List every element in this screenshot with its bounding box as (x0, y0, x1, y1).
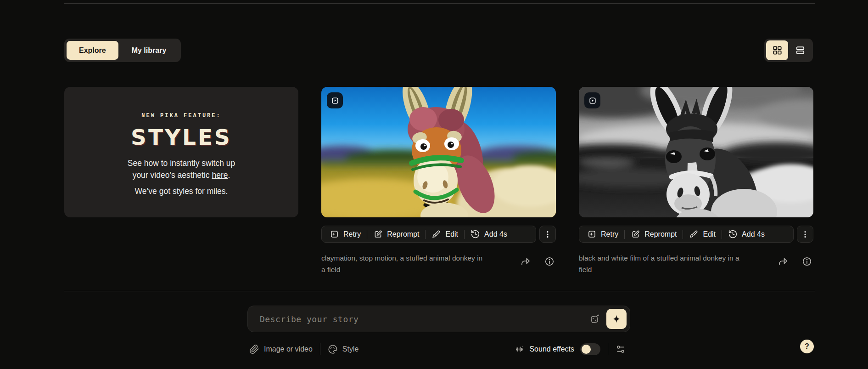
reprompt-icon (631, 229, 640, 239)
info-button[interactable] (544, 256, 555, 267)
explore-library-tabs: Explore My library (64, 39, 181, 62)
attach-media-button[interactable] (249, 344, 259, 354)
promo-here-link[interactable]: here (212, 170, 228, 180)
play-video-badge[interactable] (584, 92, 600, 108)
add-4s-label: Add 4s (484, 230, 507, 238)
vertical-divider (608, 343, 608, 355)
brush-icon (689, 229, 699, 239)
attach-media-label[interactable]: Image or video (264, 345, 313, 353)
retry-label: Retry (343, 230, 361, 238)
promo-tagline: We’ve got styles for miles. (64, 187, 298, 196)
promo-line2-suffix: . (228, 170, 230, 180)
dice-icon (589, 313, 600, 324)
sound-settings-group: Sound effects (515, 343, 626, 355)
add-4s-button[interactable]: Add 4s (722, 226, 771, 242)
info-icon (544, 256, 555, 267)
top-divider (64, 3, 815, 4)
video-caption-row: claymation, stop motion, a stuffed anima… (321, 252, 556, 276)
help-button[interactable]: ? (800, 340, 814, 353)
retry-label: Retry (601, 230, 618, 238)
retry-button[interactable]: Retry (581, 226, 624, 242)
add-4s-button[interactable]: Add 4s (465, 226, 513, 242)
paperclip-icon (249, 344, 259, 354)
generate-button[interactable] (606, 309, 627, 329)
play-icon (330, 96, 340, 105)
share-icon (778, 256, 789, 267)
promo-title: STYLES (64, 125, 298, 150)
promo-description: See how to instantly switch up your vide… (64, 157, 298, 181)
video-prompt-caption: black and white film of a stuffed animal… (579, 252, 742, 275)
prompt-input[interactable] (259, 314, 589, 324)
reprompt-label: Reprompt (387, 230, 419, 238)
more-options-button[interactable] (539, 226, 556, 243)
vertical-divider (320, 343, 320, 355)
sound-waveform-icon (515, 344, 525, 354)
history-clock-icon (470, 229, 480, 239)
tab-explore[interactable]: Explore (67, 41, 118, 60)
tab-my-library[interactable]: My library (119, 41, 179, 60)
rows-icon (795, 45, 806, 56)
bottom-divider (64, 291, 815, 291)
grid-icon (772, 45, 783, 56)
grid-view-button[interactable] (766, 40, 788, 60)
info-icon (801, 256, 812, 267)
styles-promo-card: NEW PIKA FEATURE: STYLES See how to inst… (64, 87, 298, 217)
edit-label: Edit (703, 230, 716, 238)
video-caption-row: black and white film of a stuffed animal… (579, 252, 813, 276)
list-view-button[interactable] (789, 40, 811, 60)
more-options-button[interactable] (797, 226, 813, 243)
retry-icon (587, 229, 597, 239)
add-4s-label: Add 4s (742, 230, 765, 238)
edit-label: Edit (445, 230, 458, 238)
style-button[interactable] (328, 344, 338, 354)
sound-effects-label: Sound effects (529, 345, 574, 353)
history-clock-icon (728, 229, 738, 239)
reprompt-button[interactable]: Reprompt (625, 226, 683, 242)
video-actions-toolbar: Retry Reprompt Edit (321, 226, 556, 243)
edit-button[interactable]: Edit (683, 226, 722, 242)
play-video-badge[interactable] (327, 92, 343, 108)
reprompt-icon (373, 229, 383, 239)
brush-icon (431, 229, 441, 239)
retry-icon (330, 229, 339, 239)
view-mode-toggle (764, 39, 813, 62)
share-button[interactable] (778, 256, 789, 267)
kebab-menu-icon (543, 230, 552, 239)
retry-button[interactable]: Retry (324, 226, 367, 242)
promo-eyebrow: NEW PIKA FEATURE: (64, 113, 298, 119)
video-thumbnail-claymation-donkey (321, 87, 556, 217)
pika-app: Explore My library NEW PIKA FEATURE: STY… (0, 0, 868, 369)
style-label[interactable]: Style (342, 345, 359, 353)
toolbar-main: Retry Reprompt Edit (321, 226, 536, 243)
video-thumbnail-bw-donkey (579, 87, 813, 217)
composer-options-row: Image or video Style Sound effects (247, 341, 630, 358)
reprompt-label: Reprompt (644, 230, 677, 238)
kebab-menu-icon (801, 230, 810, 239)
sparkle-icon (611, 314, 622, 324)
promo-line2-prefix: your video’s aesthetic (133, 170, 212, 180)
video-prompt-caption: claymation, stop motion, a stuffed anima… (321, 252, 485, 275)
palette-icon (328, 344, 338, 354)
reprompt-button[interactable]: Reprompt (367, 226, 425, 242)
prompt-composer (247, 306, 630, 332)
advanced-settings-button[interactable] (616, 344, 626, 354)
toggle-knob (582, 345, 591, 354)
random-prompt-button[interactable] (589, 313, 600, 324)
sliders-icon (616, 344, 626, 354)
share-button[interactable] (520, 256, 531, 267)
play-icon (588, 96, 597, 105)
video-actions-toolbar: Retry Reprompt Edit (579, 226, 813, 243)
attach-style-group: Image or video Style (249, 343, 358, 355)
promo-line1: See how to instantly switch up (128, 159, 235, 168)
info-button[interactable] (801, 256, 812, 267)
sound-effects-toggle[interactable] (580, 343, 600, 355)
toolbar-main: Retry Reprompt Edit (579, 226, 794, 243)
edit-button[interactable]: Edit (426, 226, 464, 242)
video-card-bw-film[interactable] (579, 87, 813, 217)
video-card-claymation[interactable] (321, 87, 556, 217)
share-icon (520, 256, 531, 267)
